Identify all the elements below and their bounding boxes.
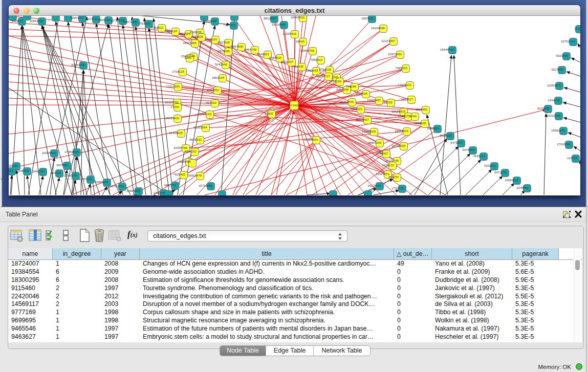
svg-text:7357224: 7357224	[223, 23, 235, 27]
svg-text:10973493: 10973493	[388, 52, 402, 56]
svg-text:10961758: 10961758	[300, 49, 315, 52]
svg-text:12093873: 12093873	[547, 83, 561, 87]
svg-text:13524851: 13524851	[376, 172, 390, 176]
svg-text:15692971: 15692971	[551, 128, 565, 132]
svg-text:20691406: 20691406	[30, 19, 44, 23]
svg-text:17016504: 17016504	[557, 142, 571, 146]
svg-text:4498222: 4498222	[184, 149, 197, 153]
svg-text:12975115: 12975115	[398, 83, 411, 86]
svg-text:20364436: 20364436	[340, 100, 354, 103]
svg-text:11325419: 11325419	[282, 32, 296, 35]
svg-text:17957225: 17957225	[78, 177, 93, 181]
svg-text:245: 245	[333, 75, 339, 79]
svg-text:2803144: 2803144	[212, 76, 224, 79]
svg-text:1588520: 1588520	[269, 56, 281, 59]
svg-text:12905135: 12905135	[63, 173, 78, 177]
svg-text:746266: 746266	[346, 84, 357, 88]
svg-text:14136141: 14136141	[367, 184, 382, 187]
svg-text:6899635: 6899635	[414, 121, 426, 125]
svg-text:817004: 817004	[206, 101, 217, 104]
svg-text:19384554: 19384554	[304, 138, 318, 141]
svg-text:10654112: 10654112	[505, 178, 518, 182]
svg-text:19654923: 19654923	[165, 116, 180, 120]
svg-text:8186328: 8186328	[205, 37, 217, 41]
svg-text:10107552: 10107552	[165, 100, 179, 104]
svg-text:10807487: 10807487	[367, 98, 381, 102]
svg-text:17004: 17004	[170, 105, 180, 108]
svg-text:11353594: 11353594	[193, 125, 207, 129]
svg-text:9857791: 9857791	[164, 183, 177, 187]
svg-text:15751074: 15751074	[561, 39, 575, 43]
svg-text:2718126: 2718126	[172, 70, 184, 73]
svg-text:18640: 18640	[296, 39, 305, 43]
svg-text:16648794: 16648794	[440, 48, 454, 51]
svg-text:8322037: 8322037	[281, 60, 293, 63]
svg-text:16914479: 16914479	[188, 173, 202, 177]
svg-text:9474444: 9474444	[462, 148, 474, 151]
svg-text:20053346: 20053346	[71, 63, 85, 67]
svg-text:6497568: 6497568	[336, 87, 349, 91]
svg-text:16782759: 16782759	[110, 184, 124, 188]
svg-text:1244415: 1244415	[548, 98, 560, 102]
svg-text:3624554: 3624554	[355, 92, 367, 95]
svg-text:1649575: 1649575	[398, 114, 410, 118]
svg-text:9242848: 9242848	[215, 62, 227, 66]
svg-text:3912954: 3912954	[178, 32, 190, 35]
svg-text:10719185: 10719185	[111, 18, 125, 22]
svg-text:8215955: 8215955	[537, 106, 550, 110]
svg-text:10923466: 10923466	[126, 189, 141, 192]
svg-text:15720407: 15720407	[355, 118, 369, 121]
svg-text:10046756: 10046756	[173, 146, 188, 149]
svg-text:9390: 9390	[184, 56, 191, 59]
svg-text:8660128: 8660128	[165, 29, 177, 33]
svg-text:16210727: 16210727	[316, 74, 331, 78]
svg-text:2087682: 2087682	[361, 16, 374, 20]
svg-text:16033809: 16033809	[203, 19, 217, 23]
svg-text:17359928: 17359928	[64, 150, 79, 154]
svg-text:1156829: 1156829	[17, 169, 29, 172]
svg-text:19218506: 19218506	[272, 23, 286, 26]
svg-text:10653267: 10653267	[70, 16, 84, 19]
svg-text:2226055: 2226055	[189, 30, 202, 34]
svg-text:8267130: 8267130	[199, 112, 211, 116]
svg-text:8471676: 8471676	[494, 170, 507, 174]
svg-text:1615132: 1615132	[382, 163, 394, 167]
svg-text:10688609: 10688609	[362, 129, 376, 133]
svg-text:1990443: 1990443	[306, 69, 318, 72]
svg-text:252254: 252254	[388, 175, 399, 179]
svg-text:116753: 116753	[567, 156, 577, 160]
svg-text:12213967: 12213967	[381, 39, 396, 42]
svg-text:7515526: 7515526	[138, 21, 150, 25]
svg-text:16154838: 16154838	[371, 26, 385, 30]
svg-text:1527602: 1527602	[85, 17, 98, 20]
svg-text:19654923: 19654923	[395, 129, 409, 133]
svg-text:10756928: 10756928	[391, 144, 406, 147]
svg-text:9245652: 9245652	[516, 186, 529, 189]
svg-text:20206526: 20206526	[42, 151, 56, 155]
svg-text:9975867: 9975867	[56, 163, 69, 167]
svg-text:1405571: 1405571	[11, 19, 24, 23]
svg-text:12213383: 12213383	[166, 84, 180, 88]
svg-text:7563822: 7563822	[151, 26, 163, 29]
svg-text:8454749: 8454749	[244, 48, 256, 51]
svg-text:2867608: 2867608	[231, 45, 243, 48]
svg-text:9084067: 9084067	[376, 151, 388, 155]
svg-text:114519: 114519	[51, 171, 61, 174]
svg-text:7386322: 7386322	[350, 107, 362, 111]
svg-text:8813054: 8813054	[264, 16, 276, 20]
svg-text:9827505: 9827505	[191, 35, 203, 38]
svg-text:15716485: 15716485	[199, 184, 213, 187]
svg-text:9329966: 9329966	[556, 54, 568, 57]
svg-text:10025433: 10025433	[391, 110, 406, 113]
svg-text:19166825: 19166825	[169, 131, 183, 135]
svg-text:16543362: 16543362	[183, 41, 197, 45]
svg-text:8427552: 8427552	[207, 88, 219, 92]
svg-text:1562635: 1562635	[291, 64, 303, 68]
svg-text:9146821: 9146821	[257, 52, 269, 56]
svg-text:9115460: 9115460	[416, 107, 428, 111]
svg-text:9777169: 9777169	[329, 79, 341, 83]
svg-text:18640910: 18640910	[291, 16, 305, 19]
svg-text:435061: 435061	[9, 164, 18, 167]
svg-text:1117: 1117	[574, 27, 580, 30]
svg-text:16210643: 16210643	[547, 114, 561, 117]
